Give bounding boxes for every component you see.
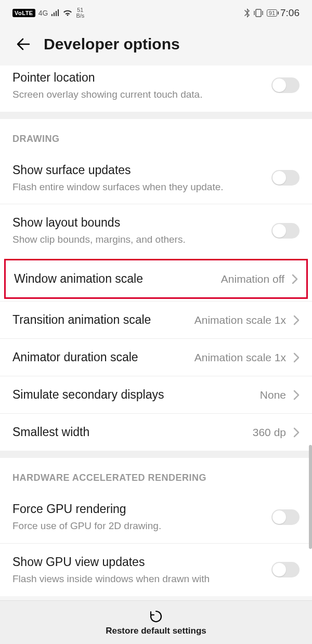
row-title: Animator duration scale <box>12 349 187 365</box>
row-animator-duration-scale[interactable]: Animator duration scale Animation scale … <box>0 338 312 376</box>
bluetooth-icon <box>244 8 250 18</box>
row-simulate-secondary-displays[interactable]: Simulate secondary displays None <box>0 376 312 413</box>
battery-icon: 91 <box>267 9 277 17</box>
row-title: Window animation scale <box>14 271 214 287</box>
toggle-pointer-location[interactable] <box>271 77 300 93</box>
row-title: Show layout bounds <box>12 215 264 231</box>
speed-unit: B/s <box>76 13 84 19</box>
row-value: Animation scale 1x <box>194 314 286 326</box>
row-show-surface-updates[interactable]: Show surface updates Flash entire window… <box>0 152 312 204</box>
section-divider <box>0 451 312 458</box>
restore-button[interactable]: Restore default settings <box>106 626 206 636</box>
section-input: Pointer location Screen overlay showing … <box>0 65 312 112</box>
scrollbar[interactable] <box>309 445 312 549</box>
row-desc: Show clip bounds, margins, and others. <box>12 233 264 246</box>
page-title: Developer options <box>44 35 180 53</box>
status-left: VoLTE 4G 51 B/s <box>12 7 84 19</box>
network-type: 4G <box>38 9 48 17</box>
row-value: 360 dp <box>253 426 286 439</box>
row-desc: Flash entire window surfaces when they u… <box>12 180 264 194</box>
section-header-drawing: DRAWING <box>0 119 312 152</box>
section-header-hw: HARDWARE ACCELERATED RENDERING <box>0 458 312 491</box>
status-right: 91 7:06 <box>244 7 300 19</box>
vibrate-icon <box>253 9 264 17</box>
row-pointer-location[interactable]: Pointer location Screen overlay showing … <box>0 65 312 112</box>
row-desc: Screen overlay showing current touch dat… <box>12 88 264 101</box>
toggle-gpu-view-updates[interactable] <box>271 562 300 577</box>
clock: 7:06 <box>280 7 300 19</box>
row-title: Simulate secondary displays <box>12 387 253 403</box>
row-value: None <box>260 389 286 401</box>
row-title: Smallest width <box>12 424 245 440</box>
wifi-icon <box>62 9 73 17</box>
toggle-layout-bounds[interactable] <box>271 223 300 239</box>
row-show-layout-bounds[interactable]: Show layout bounds Show clip bounds, mar… <box>0 204 312 257</box>
row-window-animation-scale[interactable]: Window animation scale Animation off <box>4 259 308 299</box>
row-title: Transition animation scale <box>12 312 187 328</box>
row-force-gpu-rendering[interactable]: Force GPU rendering Force use of GPU for… <box>0 491 312 543</box>
chevron-right-icon <box>293 390 300 400</box>
restore-icon[interactable] <box>149 609 163 624</box>
row-title: Force GPU rendering <box>12 501 264 517</box>
signal-icon <box>51 9 59 17</box>
section-hardware-rendering: HARDWARE ACCELERATED RENDERING Force GPU… <box>0 458 312 596</box>
row-show-gpu-view-updates[interactable]: Show GPU view updates Flash views inside… <box>0 543 312 596</box>
back-icon[interactable] <box>16 36 31 52</box>
section-divider <box>0 112 312 119</box>
chevron-right-icon <box>292 274 298 284</box>
chevron-right-icon <box>293 352 300 363</box>
section-drawing: DRAWING Show surface updates Flash entir… <box>0 119 312 451</box>
data-speed: 51 B/s <box>76 7 84 19</box>
row-value: Animation scale 1x <box>194 351 286 364</box>
chevron-right-icon <box>293 315 300 325</box>
row-desc: Force use of GPU for 2D drawing. <box>12 519 264 533</box>
status-bar: VoLTE 4G 51 B/s 91 7:06 <box>0 0 312 26</box>
volte-badge: VoLTE <box>12 9 35 17</box>
row-title: Pointer location <box>12 70 264 86</box>
chevron-right-icon <box>293 427 300 438</box>
row-title: Show surface updates <box>12 162 264 178</box>
content-scroll[interactable]: Pointer location Screen overlay showing … <box>0 65 312 601</box>
app-header: Developer options <box>0 26 312 65</box>
row-title: Show GPU view updates <box>12 554 264 570</box>
bottom-bar: Restore default settings <box>0 600 312 644</box>
toggle-force-gpu[interactable] <box>271 509 300 525</box>
row-desc: Flash views inside windows when drawn wi… <box>12 572 264 586</box>
row-value: Animation off <box>221 273 284 285</box>
svg-rect-0 <box>256 9 261 17</box>
row-smallest-width[interactable]: Smallest width 360 dp <box>0 413 312 451</box>
toggle-surface-updates[interactable] <box>271 170 300 186</box>
row-transition-animation-scale[interactable]: Transition animation scale Animation sca… <box>0 301 312 338</box>
